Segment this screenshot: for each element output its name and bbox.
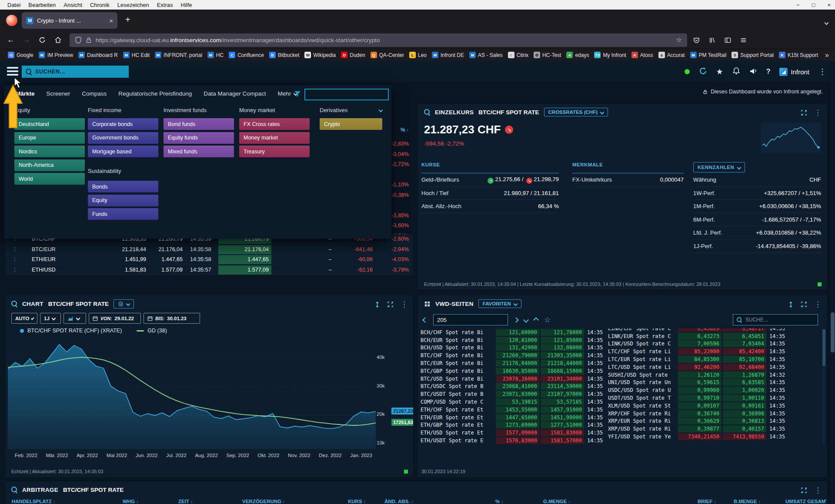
forward-button[interactable]: → bbox=[20, 33, 33, 46]
bookmark-bitbucket[interactable]: BBitbucket bbox=[267, 50, 302, 60]
panel-symbol[interactable]: BTC/CHF SPOT RATE bbox=[48, 301, 109, 307]
bookmark-pm-testrail[interactable]: MPM TestRail bbox=[688, 50, 729, 60]
row-menu-icon[interactable]: ⋮ bbox=[11, 255, 18, 265]
row-menu-icon[interactable]: ⋮ bbox=[11, 245, 18, 255]
bookmark-k15t-support[interactable]: KK15t Support bbox=[776, 50, 821, 60]
price-chart[interactable] bbox=[8, 335, 376, 449]
bookmark-hc-edit[interactable]: MHC Edit bbox=[120, 50, 152, 60]
menu-item-government-bonds[interactable]: Government bonds bbox=[88, 132, 158, 144]
auto-scale-dropdown[interactable]: AUTO bbox=[11, 313, 37, 324]
panel-symbol[interactable]: BTC/CHF SPOT RATE bbox=[63, 487, 124, 493]
favorite-star-icon[interactable]: ☆ bbox=[544, 315, 551, 325]
bookmark-edays[interactable]: eedays bbox=[564, 50, 591, 60]
favorites-star-icon[interactable]: ★ bbox=[716, 67, 723, 76]
prev-page-icon[interactable] bbox=[422, 317, 428, 323]
window-maximize-button[interactable]: □ bbox=[812, 2, 815, 8]
bookmark-confluence[interactable]: CConfluence bbox=[226, 50, 267, 60]
menu-item-north-america[interactable]: North-America bbox=[14, 159, 85, 171]
vwd-row[interactable]: BTC/GBP Spot rate Bi18630,8500018668,150… bbox=[421, 367, 608, 375]
panel-symbol[interactable]: BTC/CHF SPOT RATE bbox=[478, 109, 539, 116]
vwd-row[interactable]: ETH/USD Spot rate Et1577,090001581,83000… bbox=[421, 429, 608, 437]
menubar-item-datei[interactable]: Datei bbox=[3, 2, 24, 8]
tab-close-icon[interactable]: × bbox=[109, 17, 113, 24]
vwd-row[interactable]: ETH/EUR Spot rate Et1447,650001451,99000… bbox=[421, 414, 608, 421]
profile-avatar[interactable] bbox=[6, 15, 17, 26]
date-to-picker[interactable]: BIS:30.01.23 bbox=[144, 313, 200, 324]
bookmark-as-sales[interactable]: MAS - Sales bbox=[467, 50, 505, 60]
link-channel-icon[interactable] bbox=[788, 301, 794, 308]
bookmark-accurat[interactable]: aAccurat bbox=[656, 50, 688, 60]
menu-item-treasury[interactable]: Treasury bbox=[239, 146, 310, 157]
menu-tab-data-manager-compact[interactable]: Data Manager Compact bbox=[204, 90, 266, 97]
save-to-pocket-icon[interactable] bbox=[690, 33, 703, 46]
expand-icon[interactable] bbox=[801, 301, 808, 308]
favorites-selector-button[interactable]: FAVORITEN bbox=[478, 299, 521, 308]
vwd-row[interactable]: XRP/EUR Spot rate Ri0,366290,3681314:35 bbox=[608, 418, 790, 425]
arbitrage-column-verz-gerung[interactable]: VERZÖGERUNG ↕ bbox=[242, 499, 285, 504]
global-search-input[interactable]: SUCHEN... bbox=[22, 66, 129, 78]
bookmark-hc[interactable]: MHC bbox=[205, 50, 226, 60]
browser-tab[interactable]: M Crypto - Infront ... × bbox=[22, 12, 117, 29]
hamburger-menu-icon[interactable] bbox=[7, 67, 18, 76]
derivatives-collapse-icon[interactable] bbox=[379, 108, 383, 112]
arbitrage-column-umsatz-gesamt[interactable]: UMSATZ GESAMT ↕ bbox=[785, 499, 827, 504]
vwd-row[interactable]: BCH/EUR Spot rate Bi120,81000121,0500014… bbox=[421, 336, 608, 344]
vwd-row[interactable]: LTC/CHF Spot rate Li85,2200085,4240014:3… bbox=[608, 348, 790, 355]
arbitrage-search-icon[interactable] bbox=[11, 487, 17, 493]
vwd-row[interactable]: ETH/USDT Spot rate E1576,830001581,57000… bbox=[421, 437, 608, 444]
bookmark-wikipedia[interactable]: WWikipedia bbox=[302, 50, 338, 60]
menu-tab-regulatorische-preisfindung[interactable]: Regulatorische Preisfindung bbox=[118, 90, 192, 97]
toolbar-kebab-icon[interactable]: ⋮ bbox=[818, 67, 826, 76]
bookmark-infront-portal[interactable]: MINFRONT: portal bbox=[152, 50, 205, 60]
vwd-row[interactable]: USDT/USD Spot rate T0,997101,0011014:35 bbox=[608, 394, 790, 402]
vwd-row[interactable]: BTC/EUR Spot rate Bi21176,0400021218,440… bbox=[421, 359, 608, 367]
page-search-input[interactable] bbox=[733, 314, 818, 325]
bookmark-leo[interactable]: LLeo bbox=[407, 50, 429, 60]
bookmark-qa-center[interactable]: QQA-Center bbox=[368, 50, 407, 60]
menu-item-bonds[interactable]: Bonds bbox=[88, 181, 158, 192]
watchlist-row[interactable]: ⋮ETH/USD1.581,831.577,0914:35:571.577,09… bbox=[5, 265, 413, 275]
bookmark-dashboard-r[interactable]: MDashboard R bbox=[76, 50, 120, 60]
announcements-megaphone-icon[interactable] bbox=[749, 67, 757, 76]
menu-item-crypto[interactable]: Crypto bbox=[320, 118, 382, 130]
menu-item-corporate-bonds[interactable]: Corporate bonds bbox=[88, 118, 158, 130]
menu-filter-input[interactable] bbox=[304, 89, 389, 100]
vwd-row[interactable]: LTC/EUR Spot rate Li84,8530085,1070014:3… bbox=[608, 355, 790, 363]
vwd-row[interactable]: UNI/USD Spot rate Un6,596156,6358514:35 bbox=[608, 379, 790, 387]
bookmark-atoss[interactable]: AAtoss bbox=[629, 50, 656, 60]
arbitrage-column-b-menge[interactable]: B.MENGE ↕ bbox=[734, 499, 761, 504]
refresh-icon[interactable] bbox=[699, 67, 707, 77]
panel-kebab-icon[interactable]: ⋮ bbox=[814, 300, 822, 309]
arbitrage-column-kurs[interactable]: KURS ↕ bbox=[348, 499, 366, 504]
panel-kebab-icon[interactable]: ⋮ bbox=[814, 108, 822, 117]
expand-icon[interactable] bbox=[801, 109, 808, 116]
bookmarks-overflow-chevron[interactable]: » bbox=[825, 51, 829, 59]
home-button[interactable] bbox=[51, 33, 64, 46]
arbitrage-column-[interactable]: % ↕ bbox=[495, 499, 503, 504]
vwd-row[interactable]: LINK/EUR Spot rate C6,432736,4585114:35 bbox=[608, 332, 790, 340]
vwd-row[interactable]: COMP/USD Spot rate C53,1981553,5718514:3… bbox=[421, 398, 608, 406]
quote-search-icon[interactable] bbox=[424, 109, 430, 115]
menubar-item-chronik[interactable]: Chronik bbox=[86, 2, 114, 8]
menubar-item-bearbeiten[interactable]: Bearbeiten bbox=[24, 2, 60, 8]
watchlist-row[interactable]: ⋮BTC/EUR21.218,4421.176,0414:35:5821.176… bbox=[5, 245, 413, 255]
tracking-shield-icon[interactable] bbox=[75, 36, 82, 43]
bookmark-my-infront[interactable]: TSMy Infront bbox=[591, 50, 628, 60]
bookmark-duden[interactable]: DDuden bbox=[338, 50, 367, 60]
menu-item-world[interactable]: World bbox=[14, 173, 85, 185]
vwd-row[interactable]: ETH/CHF Spot rate Et1453,550001457,91000… bbox=[421, 406, 608, 414]
next-page-icon[interactable] bbox=[513, 317, 519, 323]
vwd-row[interactable]: BTC/USDC Spot rate B23068,4100023114,590… bbox=[421, 383, 608, 391]
menu-item-mixed-funds[interactable]: Mixed funds bbox=[164, 146, 234, 157]
window-minimize-button[interactable]: − bbox=[796, 2, 800, 8]
row-menu-icon[interactable]: ⋮ bbox=[11, 265, 18, 275]
link-channel-icon[interactable] bbox=[374, 301, 381, 308]
menubar-item-lesezeichen[interactable]: Lesezeichen bbox=[114, 2, 153, 8]
library-icon[interactable] bbox=[705, 33, 718, 46]
bookmark-im-preview[interactable]: MIM Preview bbox=[36, 50, 76, 60]
app-menu-icon[interactable] bbox=[737, 33, 750, 46]
menubar-item-extras[interactable]: Extras bbox=[153, 2, 177, 8]
vwd-row[interactable]: LINK/CHF Spot rate C6,458296,4871714:35 bbox=[608, 328, 790, 332]
menu-item-bond-funds[interactable]: Bond funds bbox=[164, 118, 234, 130]
notifications-bell-icon[interactable] bbox=[732, 67, 740, 76]
